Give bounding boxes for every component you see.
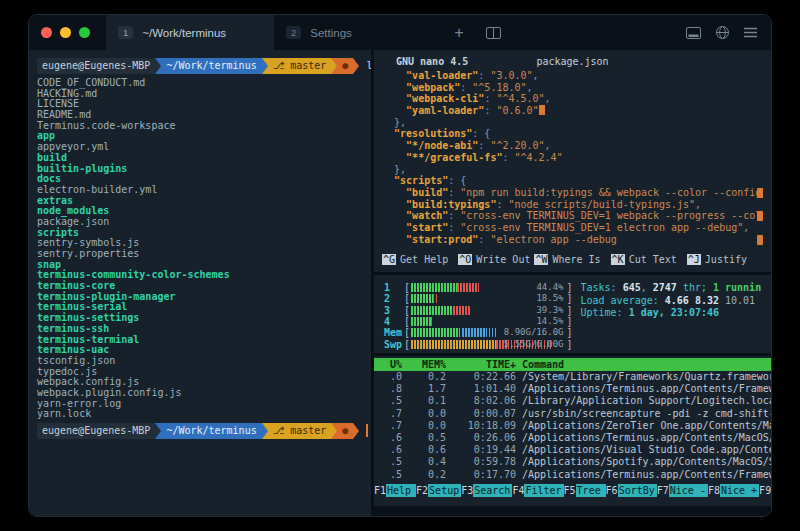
tab-settings[interactable]: 2 Settings [274,15,442,50]
tab-terminal[interactable]: 1 ~/Work/terminus [106,15,274,50]
code-token: , [545,140,551,151]
process-cell: 0.4 [408,456,446,468]
code-token: : [502,152,514,163]
code-token: "npm run build:typings && webpack --colo… [460,187,763,198]
menu-icon[interactable] [744,27,757,38]
process-row: .50.20:17.70/Applications/Terminus.app/C… [374,469,771,481]
meter-segment [411,294,433,303]
code-token: , [695,199,701,210]
file-item: builtin-plugins [37,164,363,175]
prompt-path: ~/Work/terminus [161,58,261,74]
code-token: "**/graceful-fs" [406,152,502,163]
code-token: , [743,222,749,233]
meter-bar: 5.55G/6.00G [411,340,565,349]
bracket: [ [404,327,410,338]
process-row: .50.40:59.78/Applications/Spotify.app/Co… [374,456,771,468]
fn-key-label: SortBy [618,484,657,497]
process-cell: 0:59.78 [452,456,516,468]
code-token: "start" [406,222,448,233]
process-cell: .7 [376,420,402,432]
code-token: : { [448,175,466,186]
code-token [382,93,406,104]
bracket: ] [566,339,572,350]
meter-bar: 39.3% [411,306,565,315]
code-token: "webpack" [406,82,460,93]
column-header: U% [376,358,402,371]
close-button[interactable] [41,27,52,38]
process-cell: 0:19.44 [452,444,516,456]
zoom-button[interactable] [79,27,90,38]
file-item: build [37,153,363,164]
info-token: 2747 [653,282,677,293]
meter-bar: 18.5% [411,294,565,303]
meter-value: 5.55G/6.00G [504,339,564,349]
meter-bar: 14.5% [411,317,565,326]
fn-key-number: F4 [512,484,524,497]
shortcut-key: ^J [687,254,701,265]
shortcut-label: Get Help [400,254,448,265]
app-window: 1 ~/Work/terminus 2 Settings + [28,14,772,517]
code-token [382,105,406,116]
code-token: , [545,93,551,104]
process-row: .60.60:19.44/Applications/Visual Studio … [374,444,771,456]
code-token: : [448,222,460,233]
shortcut-key: ^O [458,254,472,265]
htop-process-pane[interactable]: U%MEM%TIME+Command .00.20:22.66/System/L… [374,356,771,506]
code-token: "scripts" [394,175,448,186]
code-token: : [496,199,508,210]
file-item: appveyor.yml [37,142,363,153]
nano-line: "val-loader": "3.0.0", [382,70,763,82]
code-token: "^2.20.0" [490,140,544,151]
split-pane-icon[interactable] [476,15,510,50]
new-tab-button[interactable]: + [442,15,476,50]
code-token [382,128,394,139]
code-token: "3.0.0" [490,70,532,81]
fn-key: F5Tree [564,484,606,497]
info-token: 4.66 [665,295,695,306]
file-item: yarn.lock [37,409,363,420]
bracket: [ [404,282,410,293]
process-cell: 0:22.66 [452,371,516,383]
process-cell: /Applications/Spotify.app/Contents/MacOS… [522,456,771,468]
nano-buffer: "val-loader": "3.0.0", "webpack": "^5.18… [382,70,763,245]
nano-editor-pane[interactable]: GNU nano 4.5 package.json "val-loader": … [374,50,771,272]
meter-id: 1 [384,282,404,293]
meter-segment [411,328,462,337]
htop-meters-pane[interactable]: 1[44.4%]2[18.5%]3[39.3%]4[14.5%]Mem[8.90… [374,275,771,353]
htop-info-line: Uptime: 1 day, 23:07:46 [581,307,762,320]
code-token: "build" [406,187,448,198]
code-token: "webpack-cli" [406,93,484,104]
code-token: "val-loader" [406,70,478,81]
terminal-pane[interactable]: eugene@Eugenes-MBP ~/Work/terminus ⎇ mas… [29,50,371,517]
meter-value: 14.5% [536,316,563,326]
nano-shortcut: ^KCut Text [611,254,687,265]
code-token: "build:typings" [406,199,496,210]
minimize-button[interactable] [60,27,71,38]
process-cell: /Applications/Visual Studio Code.app/Con… [522,444,771,456]
code-token: , [533,70,539,81]
fn-key: F3Search [461,484,512,497]
info-token: Tasks: [581,282,623,293]
globe-icon[interactable] [716,26,729,39]
code-token [382,187,406,198]
process-cell: /Applications/Terminus.app/Contents/Fram… [522,383,771,395]
process-row: .50.18:02.06/Library/Application Support… [374,395,771,407]
file-item: electron-builder.yml [37,185,363,196]
dock-terminal-icon[interactable] [686,27,701,39]
info-token: 645 [623,282,641,293]
htop-function-bar: F1HelpF2SetupF3SearchF4FilterF5TreeF6Sor… [374,484,771,497]
meter-value: 8.90G/16.0G [504,327,564,337]
meter-id: 2 [384,293,404,304]
meter: 3[39.3%] [384,305,573,316]
process-cell: 0.6 [408,444,446,456]
fn-key-label: Filter [524,484,563,497]
prompt-git-branch: ⎇ master [268,58,332,74]
code-token: "watch" [406,210,448,221]
nano-version: GNU nano 4.5 [396,54,468,70]
process-cell: .8 [376,383,402,395]
bracket: ] [566,305,572,316]
column-header: Command [522,358,771,371]
shortcut-key: ^W [534,254,548,265]
process-cell: .6 [376,444,402,456]
nano-cursor [539,105,545,115]
